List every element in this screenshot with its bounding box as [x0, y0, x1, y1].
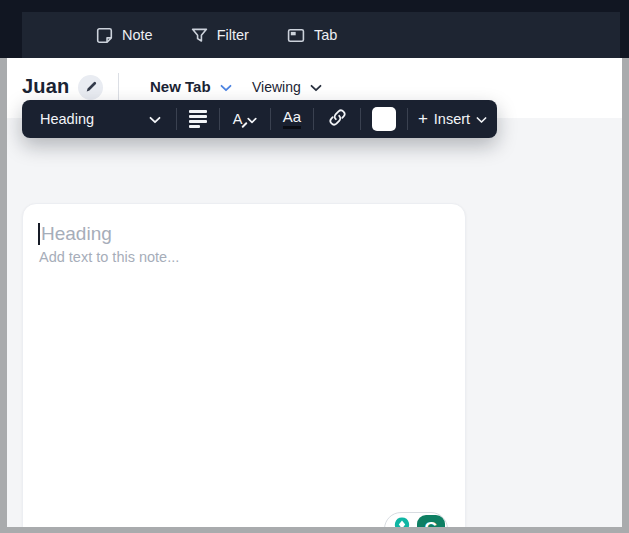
- note-button-label: Note: [122, 27, 153, 43]
- view-mode-dropdown[interactable]: Viewing: [252, 79, 322, 95]
- tab-name-dropdown[interactable]: New Tab: [150, 78, 232, 95]
- chevron-down-icon: [310, 79, 322, 95]
- add-tab-button[interactable]: Tab: [287, 27, 337, 44]
- board-canvas: Heading Add text to this note... G: [7, 118, 622, 533]
- filter-icon: [191, 27, 208, 44]
- text-align-button[interactable]: [177, 100, 219, 138]
- add-note-button[interactable]: Note: [96, 27, 153, 44]
- note-card: Heading Add text to this note... G: [22, 203, 466, 533]
- edit-title-button[interactable]: [78, 75, 103, 100]
- tab-button-label: Tab: [314, 27, 337, 43]
- text-style-icon: A: [233, 111, 243, 127]
- filter-button[interactable]: Filter: [191, 27, 249, 44]
- page-title: Juan: [22, 75, 69, 98]
- note-body-input[interactable]: Add text to this note...: [39, 249, 179, 265]
- window-edge-right: [622, 58, 629, 533]
- align-left-icon: [189, 110, 207, 128]
- link-icon: [328, 108, 347, 131]
- note-icon: [96, 27, 113, 44]
- chevron-down-icon: [149, 111, 161, 127]
- text-style-dropdown[interactable]: A: [220, 100, 270, 138]
- tab-name-label: New Tab: [150, 78, 211, 95]
- chevron-down-icon: [220, 78, 232, 95]
- note-heading-input[interactable]: Heading: [41, 223, 112, 245]
- filter-button-label: Filter: [217, 27, 249, 43]
- tab-icon: [287, 27, 305, 44]
- window-edge-left: [0, 58, 7, 533]
- window-edge-bottom: [0, 527, 629, 533]
- chevron-down-icon: [247, 110, 257, 128]
- text-color-icon: Aa: [283, 109, 301, 129]
- insert-label: Insert: [434, 111, 470, 127]
- card-color-button[interactable]: [361, 100, 407, 138]
- header-divider: [118, 73, 119, 101]
- insert-link-button[interactable]: [314, 100, 360, 138]
- formatting-toolbar: Heading A Aa: [22, 100, 497, 138]
- pencil-icon: [85, 79, 97, 97]
- block-style-dropdown[interactable]: Heading: [22, 100, 176, 138]
- insert-dropdown[interactable]: + Insert: [408, 100, 497, 138]
- text-caret: [38, 223, 40, 245]
- chevron-down-icon: [476, 111, 487, 127]
- block-style-label: Heading: [40, 111, 94, 127]
- view-mode-label: Viewing: [252, 79, 301, 95]
- app-screen: Note Filter Tab Juan: [0, 0, 629, 533]
- plus-icon: +: [418, 110, 428, 127]
- color-swatch-icon: [372, 107, 396, 131]
- text-color-button[interactable]: Aa: [271, 100, 313, 138]
- top-command-bar: Note Filter Tab: [22, 12, 620, 58]
